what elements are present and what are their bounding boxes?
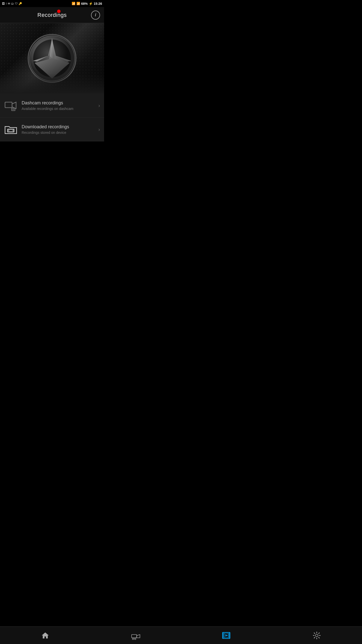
dashcam-recordings-title: Dashcam recordings (22, 100, 96, 106)
info-button[interactable]: i (91, 11, 100, 20)
hero-image (0, 23, 104, 94)
mail-icon: ✉ (8, 2, 10, 5)
time: 15:26 (94, 2, 102, 6)
content-spacer (0, 141, 104, 172)
key-icon: 🔑 (19, 2, 22, 5)
dots-icon: ⁞ (6, 2, 7, 5)
battery-percent: 68% (81, 2, 88, 6)
page-title: Recordings (37, 12, 67, 18)
svg-rect-8 (8, 129, 9, 132)
svg-rect-9 (13, 129, 14, 132)
photo2-icon: 🗂 (11, 2, 14, 5)
recording-indicator (57, 10, 61, 13)
dashcam-recordings-text: Dashcam recordings Available recordings … (22, 100, 96, 111)
status-icons-left: 🖼 ⁞ ✉ 🗂 🛡 🔑 (2, 2, 22, 5)
photo-icon: 🖼 (2, 2, 5, 5)
downloaded-recordings-text: Downloaded recordings Recordings stored … (22, 124, 96, 135)
battery-icon: ⚡ (89, 2, 93, 6)
shield-icon: 🛡 (15, 2, 18, 5)
downloaded-icon (4, 123, 18, 136)
svg-rect-10 (9, 130, 13, 132)
downloaded-recordings-title: Downloaded recordings (22, 124, 96, 130)
dashcam-icon (4, 99, 18, 112)
svg-marker-4 (12, 102, 16, 109)
svg-rect-6 (12, 109, 15, 110)
downloaded-recordings-item[interactable]: Downloaded recordings Recordings stored … (0, 117, 104, 141)
dashcam-recordings-subtitle: Available recordings on dashcam (22, 107, 96, 111)
downloaded-chevron-icon: › (98, 127, 100, 132)
downloaded-recordings-subtitle: Recordings stored on device (22, 131, 96, 135)
hero-gradient (0, 73, 104, 94)
dashcam-chevron-icon: › (98, 103, 100, 108)
svg-rect-3 (5, 102, 12, 108)
main-content: Dashcam recordings Available recordings … (0, 23, 104, 172)
header: Recordings i (0, 7, 104, 23)
signal-icon: 📶 (76, 2, 80, 5)
status-icons-right: 📶 📶 68% ⚡ 15:26 (72, 2, 102, 6)
status-bar: 🖼 ⁞ ✉ 🗂 🛡 🔑 📶 📶 68% ⚡ 15:26 (0, 0, 104, 7)
info-icon: i (95, 12, 96, 18)
dashcam-recordings-item[interactable]: Dashcam recordings Available recordings … (0, 94, 104, 117)
wifi-icon: 📶 (72, 2, 75, 5)
menu-section: Dashcam recordings Available recordings … (0, 94, 104, 141)
